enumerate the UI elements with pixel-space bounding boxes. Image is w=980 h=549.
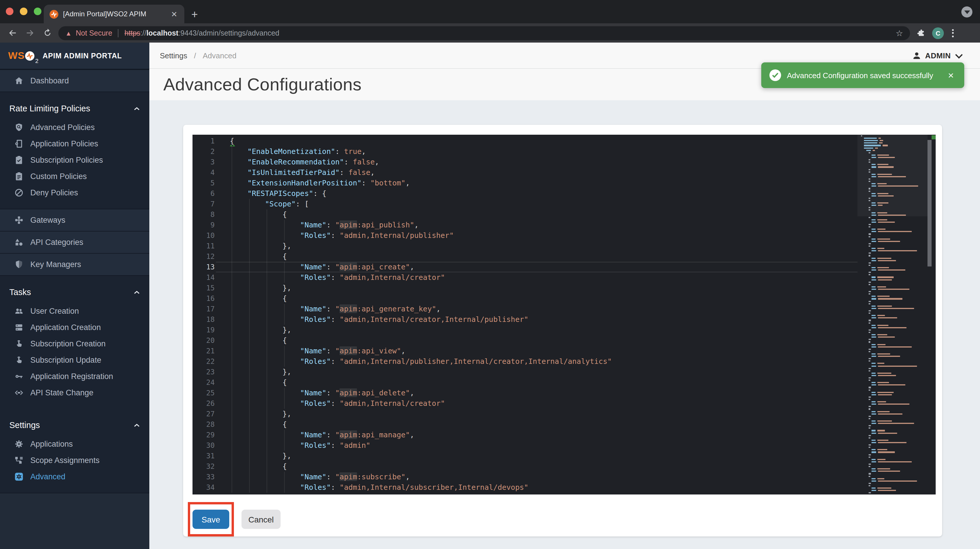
browser-toolbar: ▲ Not Secure https://localhost:9443/admi… [0, 23, 980, 43]
browser-menu-icon[interactable] [948, 29, 957, 37]
forward-button[interactable] [23, 27, 36, 40]
tree-icon [14, 455, 24, 465]
code-line: 31 }, [192, 451, 935, 461]
minimap-row [858, 439, 928, 441]
minimap-row [858, 252, 928, 254]
code-line: 1{ [192, 136, 935, 146]
minimap-row [858, 374, 928, 377]
sidebar-item-deny-policies[interactable]: Deny Policies [0, 184, 150, 201]
sidebar-item-advanced[interactable]: Advanced [0, 468, 150, 485]
sidebar-item-application-policies[interactable]: Application Policies [0, 135, 150, 152]
code-line: 17 "Name": "apim:api_generate_key", [192, 304, 935, 314]
minimap-row [858, 453, 928, 456]
sidebar-item-subscription-update[interactable]: Subscription Update [0, 352, 150, 368]
sidebar: WS 2 APIM ADMIN PORTAL Dashboard Rate Li… [0, 43, 150, 549]
browser-profile-avatar[interactable]: C [932, 27, 944, 39]
sidebar-item-application-creation[interactable]: Application Creation [0, 319, 150, 335]
sidebar-item-custom-policies[interactable]: Custom Policies [0, 168, 150, 184]
sidebar-item-scope-assignments[interactable]: Scope Assignments [0, 452, 150, 468]
key-icon [14, 371, 24, 381]
minimap-row [858, 487, 928, 489]
browser-tab[interactable]: [Admin Portal]WSO2 APIM ✕ [44, 5, 185, 23]
minimap-row [858, 456, 928, 458]
minimap-row [858, 262, 928, 264]
brand-logo: WS 2 APIM ADMIN PORTAL [0, 43, 150, 70]
chevron-up-icon [134, 106, 140, 111]
address-bar[interactable]: ▲ Not Secure https://localhost:9443/admi… [58, 26, 910, 40]
minimap-row [858, 250, 928, 252]
code-line: 26 "Roles": "admin,Internal/creator" [192, 398, 935, 409]
window-close-button[interactable] [6, 8, 13, 15]
minimap-row [858, 410, 928, 413]
minimap-row [858, 278, 928, 281]
minimap-row [858, 226, 928, 228]
sidebar-item-application-registration[interactable]: Application Registration [0, 368, 150, 384]
sidebar-item-api-categories[interactable]: API Categories [0, 232, 150, 254]
minimap-row [858, 240, 928, 243]
bookmark-star-icon[interactable]: ☆ [896, 28, 903, 38]
sidebar-section-settings: Settings Applications Scope Assignments … [0, 409, 150, 493]
editor-scrollbar[interactable] [928, 135, 932, 495]
sidebar-item-advanced-policies[interactable]: Advanced Policies [0, 119, 150, 135]
code-line: 3 "EnableRecommendation": false, [192, 157, 935, 167]
cancel-button[interactable]: Cancel [242, 509, 281, 529]
browser-tab-strip: [Admin Portal]WSO2 APIM ✕ + [0, 0, 980, 23]
success-toast: Advanced Configuration saved successfull… [761, 62, 964, 88]
page-title: Advanced Configurations [163, 75, 362, 94]
minimap-row [858, 446, 928, 448]
code-line: 34 "Roles": "admin,Internal/subscriber,I… [192, 482, 935, 493]
extensions-icon[interactable] [915, 27, 928, 40]
sidebar-item-dashboard[interactable]: Dashboard [0, 70, 150, 92]
breadcrumb-settings-link[interactable]: Settings [160, 51, 187, 60]
code-line: 30 "Roles": "admin" [192, 440, 935, 451]
section-header-settings[interactable]: Settings [0, 414, 150, 436]
minimap-row [858, 470, 928, 473]
code-line: 5 "ExtensionHandlerPosition": "bottom", [192, 178, 935, 188]
new-tab-button[interactable]: + [191, 8, 198, 21]
sidebar-item-key-managers[interactable]: Key Managers [0, 254, 150, 276]
back-button[interactable] [6, 27, 19, 40]
minimap-row [858, 362, 928, 365]
code-line: 22 "Roles": "admin,Internal/publisher,In… [192, 356, 935, 367]
tab-search-button[interactable] [961, 6, 972, 17]
minimap-row [858, 430, 928, 432]
minimap-row [858, 459, 928, 461]
minimap-row [858, 365, 928, 367]
minimap-row [858, 480, 928, 482]
minimap-row [858, 257, 928, 259]
minimap-row [858, 382, 928, 384]
window-minimize-button[interactable] [20, 8, 27, 15]
block-icon [14, 187, 24, 197]
toast-close-icon[interactable]: × [946, 69, 956, 81]
code-editor[interactable]: 1{2 "EnableMonetization": true,3 "Enable… [192, 135, 935, 495]
minimap-row [858, 372, 928, 374]
reload-button[interactable] [41, 27, 54, 40]
minimap-row [858, 329, 928, 331]
sidebar-item-subscription-policies[interactable]: Subscription Policies [0, 152, 150, 168]
code-line: 7 "Scope": [ [192, 199, 935, 209]
server-icon [14, 322, 24, 332]
minimap-slider[interactable] [858, 135, 928, 216]
sidebar-item-user-creation[interactable]: User Creation [0, 303, 150, 319]
minimap-row [858, 312, 928, 314]
sidebar-item-gateways[interactable]: Gateways [0, 209, 150, 232]
minimap-row [858, 413, 928, 415]
tab-close-icon[interactable]: ✕ [170, 10, 178, 18]
code-line: 10 "Roles": "admin,Internal/publisher" [192, 230, 935, 241]
save-button[interactable]: Save [192, 509, 229, 529]
sidebar-item-subscription-creation[interactable]: Subscription Creation [0, 335, 150, 352]
section-header-tasks[interactable]: Tasks [0, 282, 150, 303]
minimap-row [858, 317, 928, 319]
minimap-row [858, 463, 928, 465]
section-header-rate-limiting-policies[interactable]: Rate Limiting Policies [0, 98, 150, 119]
window-zoom-button[interactable] [34, 8, 41, 15]
sidebar-item-applications[interactable]: Applications [0, 436, 150, 452]
minimap-row [858, 379, 928, 381]
minimap-row [858, 384, 928, 386]
shapes-icon [14, 237, 24, 247]
sidebar-item-api-state-change[interactable]: API State Change [0, 384, 150, 401]
minimap-row [858, 348, 928, 350]
scrollbar-thumb[interactable] [928, 140, 932, 267]
minimap-row [858, 401, 928, 403]
success-check-icon [769, 70, 781, 81]
